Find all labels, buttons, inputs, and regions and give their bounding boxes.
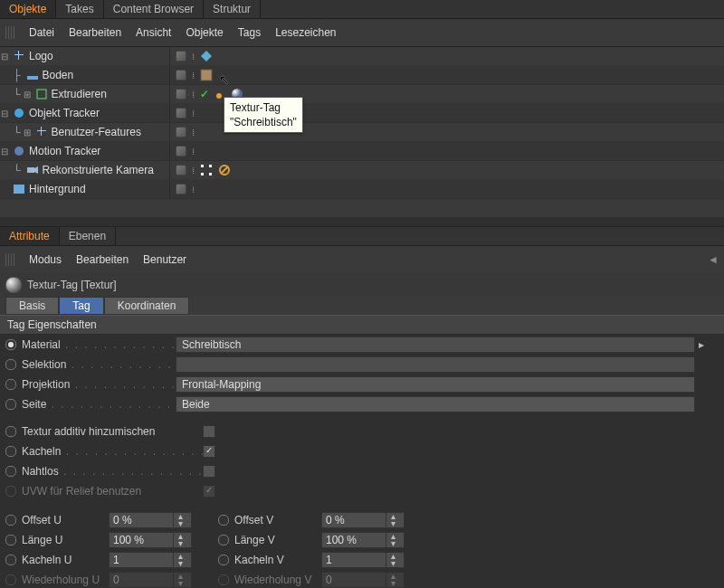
material-field[interactable]: Schreibtisch (176, 337, 695, 353)
kachelnu-input[interactable]: ▴▾ (109, 552, 192, 568)
laengev-input[interactable]: ▴▾ (321, 532, 405, 548)
label-material: Material (22, 338, 176, 351)
anim-dot-icon[interactable] (218, 555, 229, 565)
label-kachelnv: Kacheln V (234, 554, 321, 566)
target-icon[interactable] (200, 164, 213, 176)
object-label[interactable]: Benutzer-Features (52, 126, 141, 138)
visibility-toggle[interactable] (176, 89, 186, 100)
tab-attribute[interactable]: Attribute (0, 227, 60, 245)
anim-dot-icon[interactable] (5, 399, 16, 410)
svg-point-5 (216, 93, 222, 99)
spinner-arrows-icon[interactable]: ▴▾ (173, 533, 186, 547)
menu-tags[interactable]: Tags (238, 26, 261, 39)
render-dots-icon[interactable]: ⁞ (192, 128, 195, 138)
render-dots-icon[interactable]: ⁞ (192, 109, 195, 119)
svg-rect-11 (27, 167, 34, 173)
background-object-icon (13, 183, 25, 195)
menu-objekte[interactable]: Objekte (186, 26, 223, 39)
anim-dot-icon[interactable] (5, 379, 16, 390)
subtab-basis[interactable]: Basis (5, 297, 59, 315)
svg-rect-4 (37, 90, 46, 99)
menu-modus[interactable]: Modus (29, 253, 62, 266)
anim-dot-icon[interactable] (218, 515, 229, 526)
object-label[interactable]: Motion Tracker (29, 145, 100, 157)
tab-ebenen[interactable]: Ebenen (60, 227, 116, 245)
visibility-toggle[interactable] (176, 51, 186, 62)
prohibit-icon[interactable] (218, 164, 231, 176)
material-picker-icon[interactable]: ▸ (695, 338, 708, 351)
spinner-arrows-icon[interactable]: ▴▾ (386, 533, 399, 547)
texture-tag-icon[interactable] (200, 69, 213, 81)
visibility-toggle[interactable] (176, 184, 186, 194)
offsetu-input[interactable]: ▴▾ (109, 512, 192, 528)
additiv-checkbox[interactable] (203, 425, 215, 438)
anim-dot-icon[interactable] (5, 515, 16, 526)
expand-toggle[interactable]: ⊟ (0, 147, 9, 156)
label-wiederholungu: Wiederholung U (22, 574, 109, 586)
subtab-koordinaten[interactable]: Koordinaten (104, 297, 190, 315)
render-dots-icon[interactable]: ⁞ (192, 166, 195, 175)
kacheln-checkbox[interactable] (203, 445, 215, 458)
anim-dot-icon[interactable] (5, 466, 16, 477)
object-label[interactable]: Logo (29, 50, 53, 62)
kachelnv-input[interactable]: ▴▾ (321, 552, 405, 568)
attribute-title: Textur-Tag [Textur] (27, 279, 117, 291)
expand-toggle[interactable]: ⊞ (23, 90, 32, 99)
anim-dot-icon[interactable] (5, 426, 16, 437)
seite-dropdown[interactable]: Beide (176, 396, 695, 413)
menu-benutzer[interactable]: Benutzer (143, 253, 186, 266)
object-label[interactable]: Objekt Tracker (29, 107, 100, 119)
visibility-toggle[interactable] (176, 70, 186, 81)
visibility-toggle[interactable] (176, 127, 186, 138)
checkmark-icon[interactable]: ✓ (200, 88, 209, 100)
anim-dot-icon[interactable] (5, 359, 16, 370)
anim-dot-icon[interactable] (218, 535, 229, 545)
menu-lesezeichen[interactable]: Lesezeichen (275, 26, 336, 39)
label-seite: Seite (22, 398, 176, 411)
tag-icon[interactable] (200, 50, 213, 62)
subtab-tag[interactable]: Tag (59, 297, 103, 315)
anim-dot-icon[interactable] (5, 446, 16, 457)
render-dots-icon[interactable]: ⁞ (192, 147, 195, 156)
object-label[interactable]: Rekonstruierte Kamera (43, 164, 154, 176)
anim-dot-icon[interactable] (5, 535, 16, 545)
label-projektion: Projektion (22, 378, 176, 391)
object-label[interactable]: Boden (43, 69, 74, 81)
object-label[interactable]: Extrudieren (52, 88, 107, 100)
projektion-dropdown[interactable]: Frontal-Mapping (176, 376, 695, 393)
visibility-toggle[interactable] (176, 165, 186, 175)
section-header: Tag Eigenschaften (0, 315, 724, 335)
expand-toggle[interactable]: ⊟ (0, 52, 9, 61)
spinner-arrows-icon[interactable]: ▴▾ (386, 513, 399, 527)
spinner-arrows-icon[interactable]: ▴▾ (386, 553, 399, 567)
menu-datei[interactable]: Datei (29, 26, 54, 39)
spinner-arrows-icon[interactable]: ▴▾ (173, 513, 186, 527)
tab-takes[interactable]: Takes (56, 0, 103, 18)
label-laengeu: Länge U (22, 534, 109, 546)
tree-line-icon: └ (13, 164, 21, 176)
menu-bearbeiten[interactable]: Bearbeiten (76, 253, 129, 266)
expand-toggle[interactable]: ⊟ (0, 109, 9, 118)
offsetv-input[interactable]: ▴▾ (321, 512, 405, 528)
render-dots-icon[interactable]: ⁞ (192, 185, 195, 194)
anim-dot-icon[interactable] (5, 339, 16, 350)
tab-struktur[interactable]: Struktur (204, 0, 261, 18)
visibility-toggle[interactable] (176, 108, 186, 119)
attribute-manager-tabs: Attribute Ebenen (0, 226, 724, 246)
laengeu-input[interactable]: ▴▾ (109, 532, 192, 548)
menu-ansicht[interactable]: Ansicht (136, 26, 171, 39)
anim-dot-icon[interactable] (5, 555, 16, 565)
spinner-arrows-icon[interactable]: ▴▾ (173, 553, 186, 567)
nav-back-icon[interactable]: ◄ (708, 253, 719, 266)
nahtlos-checkbox[interactable] (203, 465, 215, 478)
render-dots-icon[interactable]: ⁞ (192, 90, 195, 100)
null-object-icon (13, 50, 25, 62)
visibility-toggle[interactable] (176, 146, 186, 156)
selektion-field[interactable] (176, 356, 695, 373)
menu-bearbeiten[interactable]: Bearbeiten (69, 26, 121, 39)
attribute-subtabs: Basis Tag Koordinaten (0, 297, 724, 315)
tab-content-browser[interactable]: Content Browser (104, 0, 204, 18)
object-label[interactable]: Hintergrund (29, 183, 86, 195)
tab-objekte[interactable]: Objekte (0, 0, 56, 18)
expand-toggle[interactable]: ⊞ (23, 128, 32, 137)
